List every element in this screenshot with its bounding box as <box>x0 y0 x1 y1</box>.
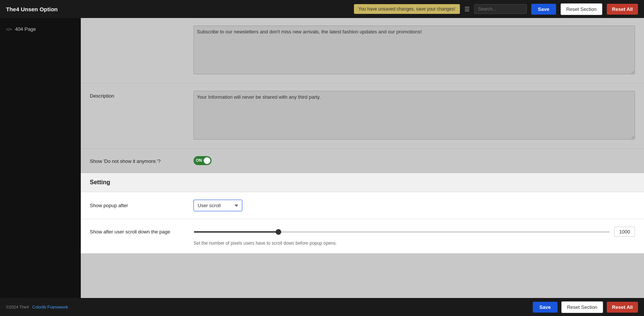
reset-all-button[interactable]: Reset All <box>607 4 638 15</box>
bottom-save-button[interactable]: Save <box>533 302 558 313</box>
toggle-slider: ON <box>194 156 212 165</box>
description-field-row: Description Your Information will never … <box>81 83 644 149</box>
scroll-slider[interactable] <box>194 231 610 233</box>
scroll-value-box: 1000 <box>614 227 635 237</box>
bottom-bar: ©2024 The4 Colorlib Framework Save Reset… <box>0 298 644 316</box>
show-popup-after-row: Show popup after User scroll Time delay … <box>81 192 644 219</box>
toggle-container: ON <box>194 156 635 165</box>
scroll-hint: Set the number of pixels users have to s… <box>194 241 635 246</box>
sidebar: </> 404 Page <box>0 18 81 316</box>
description-textarea[interactable]: Your Information will never be shared wi… <box>194 91 635 140</box>
subtitle-label <box>90 26 187 28</box>
setting-section-header: Setting <box>81 173 644 192</box>
donotshow-control: ON <box>194 156 635 165</box>
sidebar-item-label: 404 Page <box>15 26 36 32</box>
donotshow-field-row: Show 'Do not show it anymore.'? ON <box>81 149 644 173</box>
show-popup-after-select[interactable]: User scroll Time delay Exit intent <box>194 200 242 211</box>
scroll-slider-row: Show after user scroll down the page 100… <box>81 219 644 253</box>
footer-framework-link[interactable]: Colorlib Framework <box>32 305 68 309</box>
app-title: The4 Unsen Option <box>6 6 58 12</box>
show-popup-after-label: Show popup after <box>90 203 187 208</box>
subtitle-field-row: Subscribe to our newsletters and don't m… <box>81 18 644 83</box>
footer-copyright: ©2024 The4 <box>6 305 29 309</box>
description-control: Your Information will never be shared wi… <box>194 91 635 141</box>
show-popup-after-control: User scroll Time delay Exit intent <box>194 200 635 211</box>
save-button[interactable]: Save <box>531 4 556 15</box>
slider-control: 1000 <box>194 227 635 237</box>
main-content: Subscribe to our newsletters and don't m… <box>81 18 644 316</box>
setting-title: Setting <box>90 179 110 185</box>
unsaved-notice: You have unsaved changes, save your chan… <box>354 4 460 14</box>
setting-section: Setting Show popup after User scroll Tim… <box>81 173 644 253</box>
scroll-label: Show after user scroll down the page <box>90 229 187 235</box>
search-input[interactable] <box>474 4 527 14</box>
sidebar-item-404-page[interactable]: </> 404 Page <box>0 23 81 36</box>
bottom-reset-section-button[interactable]: Reset Section <box>561 301 603 313</box>
list-icon[interactable]: ☰ <box>464 6 470 13</box>
subtitle-control: Subscribe to our newsletters and don't m… <box>194 26 635 75</box>
reset-section-button[interactable]: Reset Section <box>561 3 602 15</box>
description-label: Description <box>90 91 187 99</box>
code-icon: </> <box>6 27 12 32</box>
footer-links: ©2024 The4 Colorlib Framework <box>6 305 529 309</box>
top-bar: The4 Unsen Option You have unsaved chang… <box>0 0 644 18</box>
bottom-reset-all-button[interactable]: Reset All <box>607 302 638 313</box>
donotshow-label: Show 'Do not show it anymore.'? <box>90 156 187 164</box>
toggle-switch[interactable]: ON <box>194 156 212 165</box>
slider-top-row: Show after user scroll down the page 100… <box>90 227 635 237</box>
subtitle-textarea[interactable]: Subscribe to our newsletters and don't m… <box>194 26 635 74</box>
toggle-on-label: ON <box>196 158 202 163</box>
layout: </> 404 Page Subscribe to our newsletter… <box>0 18 644 316</box>
